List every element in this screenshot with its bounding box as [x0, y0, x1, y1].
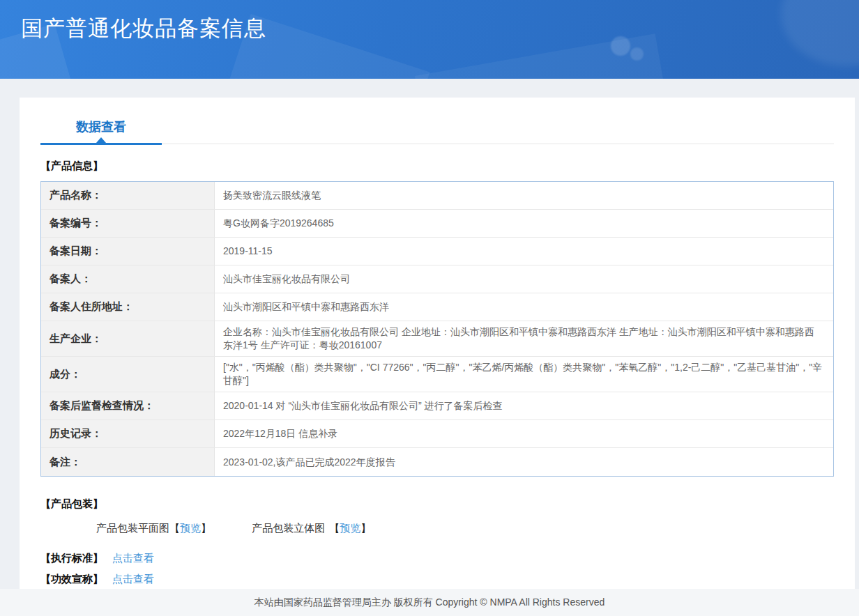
preview-3d-link[interactable]: 预览 [340, 522, 360, 534]
standard-row: 【执行标准】 点击查看 [40, 552, 834, 565]
row-label: 备案人： [41, 265, 215, 293]
row-value: 粤G妆网备字2019264685 [215, 210, 833, 237]
bracket-open: 【 [169, 522, 180, 534]
bracket-close: 】 [201, 522, 211, 534]
packaging-3d-item: 产品包装立体图【预览】 [252, 522, 371, 534]
header-banner: 国产普通化妆品备案信息 [0, 0, 859, 79]
content-area: 【产品信息】 产品名称： 扬美致密流云眼线液笔 备案编号： 粤G妆网备字2019… [20, 160, 855, 586]
table-row: 生产企业： 企业名称：汕头市佳宝丽化妆品有限公司 企业地址：汕头市潮阳区和平镇中… [41, 321, 833, 357]
table-row: 备案人： 汕头市佳宝丽化妆品有限公司 [41, 265, 833, 293]
section-title-standard: 【执行标准】 [40, 552, 103, 565]
banner-decor-circle-tiny [630, 47, 644, 61]
table-row: 备案人住所地址： 汕头市潮阳区和平镇中寨和惠路西东洋 [41, 293, 833, 321]
main-card: 数据查看 【产品信息】 产品名称： 扬美致密流云眼线液笔 备案编号： 粤G妆网备… [20, 98, 855, 589]
table-row: 备案后监督检查情况： 2020-01-14 对 “汕头市佳宝丽化妆品有限公司” … [41, 392, 833, 420]
section-title-packaging: 【产品包装】 [40, 498, 834, 511]
row-label: 历史记录： [41, 420, 215, 447]
section-title-product-info: 【产品信息】 [40, 160, 834, 173]
tab-data-view-label: 数据查看 [76, 120, 126, 134]
row-value: 扬美致密流云眼线液笔 [215, 182, 833, 209]
row-label: 备案人住所地址： [41, 293, 215, 321]
row-label: 备案后监督检查情况： [41, 392, 215, 419]
bracket-open: 【 [329, 522, 340, 534]
row-value: ["水"，"丙烯酸（酯）类共聚物"，"CI 77266"，"丙二醇"，"苯乙烯/… [215, 357, 833, 392]
tab-active-arrow-icon [96, 137, 106, 143]
preview-flat-link[interactable]: 预览 [180, 522, 201, 534]
row-value: 2019-11-15 [215, 238, 833, 265]
row-value: 2023-01-02,该产品已完成2022年度报告 [215, 448, 833, 476]
table-row: 备案日期： 2019-11-15 [41, 238, 833, 265]
table-row: 成分： ["水"，"丙烯酸（酯）类共聚物"，"CI 77266"，"丙二醇"，"… [41, 357, 833, 392]
footer-copyright-text: 本站由国家药品监督管理局主办 版权所有 Copyright © NMPA All… [254, 596, 605, 609]
table-row: 备案编号： 粤G妆网备字2019264685 [41, 210, 833, 238]
table-row: 产品名称： 扬美致密流云眼线液笔 [41, 182, 833, 210]
row-value: 汕头市佳宝丽化妆品有限公司 [215, 265, 833, 293]
table-row: 备注： 2023-01-02,该产品已完成2022年度报告 [41, 448, 833, 476]
row-value: 汕头市潮阳区和平镇中寨和惠路西东洋 [215, 293, 833, 321]
packaging-line: 产品包装平面图【预览】 产品包装立体图【预览】 [40, 522, 834, 535]
product-info-table: 产品名称： 扬美致密流云眼线液笔 备案编号： 粤G妆网备字2019264685 … [40, 181, 834, 477]
row-value: 2022年12月18日 信息补录 [215, 420, 833, 447]
packaging-flat-label: 产品包装平面图 [96, 522, 169, 534]
standard-view-link[interactable]: 点击查看 [112, 552, 154, 565]
page-title: 国产普通化妆品备案信息 [0, 0, 859, 43]
row-label: 产品名称： [41, 182, 215, 209]
tab-active-indicator [40, 143, 162, 145]
section-title-efficacy: 【功效宣称】 [40, 573, 103, 586]
packaging-3d-label: 产品包装立体图 [252, 522, 325, 534]
row-value: 2020-01-14 对 “汕头市佳宝丽化妆品有限公司” 进行了备案后检查 [215, 392, 833, 419]
row-label: 备案日期： [41, 238, 215, 265]
tab-data-view[interactable]: 数据查看 [40, 118, 162, 135]
row-label: 生产企业： [41, 321, 215, 356]
row-value: 企业名称：汕头市佳宝丽化妆品有限公司 企业地址：汕头市潮阳区和平镇中寨和惠路西东… [215, 321, 833, 356]
row-label: 备案编号： [41, 210, 215, 237]
table-row: 历史记录： 2022年12月18日 信息补录 [41, 420, 833, 448]
efficacy-view-link[interactable]: 点击查看 [112, 573, 154, 586]
packaging-flat-item: 产品包装平面图【预览】 [96, 522, 214, 534]
row-label: 备注： [41, 448, 215, 476]
row-label: 成分： [41, 357, 215, 392]
efficacy-row: 【功效宣称】 点击查看 [40, 573, 834, 586]
tab-bar: 数据查看 [40, 98, 834, 144]
bracket-close: 】 [360, 522, 371, 534]
footer: 本站由国家药品监督管理局主办 版权所有 Copyright © NMPA All… [0, 589, 859, 616]
